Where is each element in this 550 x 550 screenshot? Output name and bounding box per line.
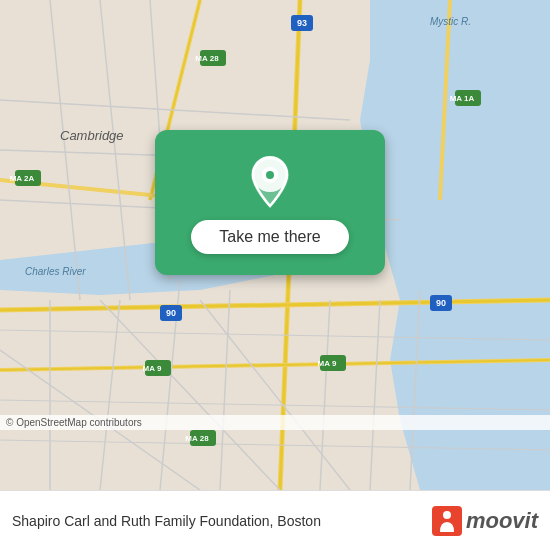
svg-text:MA 9: MA 9 [143, 364, 162, 373]
moovit-brand-text: moovit [466, 508, 538, 534]
footer: Shapiro Carl and Ruth Family Foundation,… [0, 490, 550, 550]
copyright-bar: © OpenStreetMap contributors [0, 415, 550, 430]
svg-text:Charles River: Charles River [25, 266, 86, 277]
location-name: Shapiro Carl and Ruth Family Foundation,… [12, 513, 432, 529]
svg-point-56 [266, 171, 274, 179]
svg-text:MA 28: MA 28 [185, 434, 209, 443]
svg-text:Cambridge: Cambridge [60, 128, 124, 143]
svg-text:MA 2A: MA 2A [10, 174, 35, 183]
svg-text:90: 90 [166, 308, 176, 318]
svg-text:MA 9: MA 9 [318, 359, 337, 368]
svg-text:93: 93 [297, 18, 307, 28]
svg-point-58 [443, 511, 451, 519]
map-container: 93 MA 28 MA 2A MA 1A 90 90 MA 9 MA 9 MA … [0, 0, 550, 490]
svg-text:MA 1A: MA 1A [450, 94, 475, 103]
action-card: Take me there [155, 130, 385, 275]
moovit-icon [432, 506, 462, 536]
moovit-logo: moovit [432, 506, 538, 536]
svg-text:90: 90 [436, 298, 446, 308]
location-pin-icon [245, 152, 295, 212]
svg-text:MA 28: MA 28 [195, 54, 219, 63]
take-me-there-button[interactable]: Take me there [191, 220, 348, 254]
svg-text:Mystic R.: Mystic R. [430, 16, 471, 27]
copyright-text: © OpenStreetMap contributors [6, 417, 142, 428]
